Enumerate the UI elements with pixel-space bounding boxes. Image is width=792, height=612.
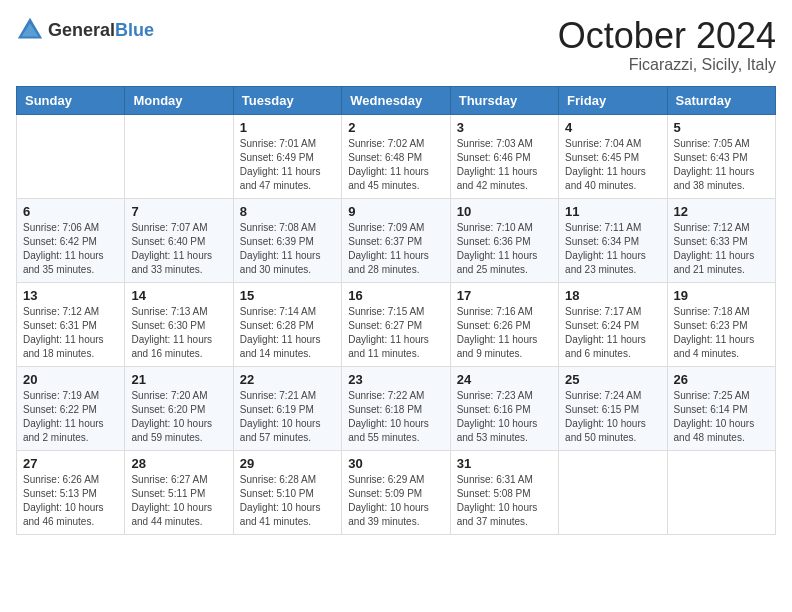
day-info: Sunrise: 7:18 AM Sunset: 6:23 PM Dayligh…: [674, 305, 769, 361]
calendar-day-cell: 15Sunrise: 7:14 AM Sunset: 6:28 PM Dayli…: [233, 282, 341, 366]
header-wednesday: Wednesday: [342, 86, 450, 114]
calendar-day-cell: 5Sunrise: 7:05 AM Sunset: 6:43 PM Daylig…: [667, 114, 775, 198]
day-number: 21: [131, 372, 226, 387]
calendar-day-cell: [559, 450, 667, 534]
day-info: Sunrise: 7:10 AM Sunset: 6:36 PM Dayligh…: [457, 221, 552, 277]
day-info: Sunrise: 7:06 AM Sunset: 6:42 PM Dayligh…: [23, 221, 118, 277]
logo: GeneralBlue: [16, 16, 154, 44]
day-info: Sunrise: 7:07 AM Sunset: 6:40 PM Dayligh…: [131, 221, 226, 277]
calendar-day-cell: 3Sunrise: 7:03 AM Sunset: 6:46 PM Daylig…: [450, 114, 558, 198]
calendar-day-cell: 27Sunrise: 6:26 AM Sunset: 5:13 PM Dayli…: [17, 450, 125, 534]
calendar-day-cell: 16Sunrise: 7:15 AM Sunset: 6:27 PM Dayli…: [342, 282, 450, 366]
header-friday: Friday: [559, 86, 667, 114]
calendar-week-3: 13Sunrise: 7:12 AM Sunset: 6:31 PM Dayli…: [17, 282, 776, 366]
day-info: Sunrise: 7:25 AM Sunset: 6:14 PM Dayligh…: [674, 389, 769, 445]
day-info: Sunrise: 7:14 AM Sunset: 6:28 PM Dayligh…: [240, 305, 335, 361]
day-number: 24: [457, 372, 552, 387]
header-monday: Monday: [125, 86, 233, 114]
day-info: Sunrise: 7:20 AM Sunset: 6:20 PM Dayligh…: [131, 389, 226, 445]
day-number: 5: [674, 120, 769, 135]
day-number: 30: [348, 456, 443, 471]
day-number: 19: [674, 288, 769, 303]
day-number: 27: [23, 456, 118, 471]
day-number: 20: [23, 372, 118, 387]
calendar-day-cell: 14Sunrise: 7:13 AM Sunset: 6:30 PM Dayli…: [125, 282, 233, 366]
calendar-day-cell: 13Sunrise: 7:12 AM Sunset: 6:31 PM Dayli…: [17, 282, 125, 366]
calendar-day-cell: 21Sunrise: 7:20 AM Sunset: 6:20 PM Dayli…: [125, 366, 233, 450]
calendar-day-cell: 6Sunrise: 7:06 AM Sunset: 6:42 PM Daylig…: [17, 198, 125, 282]
day-number: 8: [240, 204, 335, 219]
day-info: Sunrise: 7:05 AM Sunset: 6:43 PM Dayligh…: [674, 137, 769, 193]
day-info: Sunrise: 7:24 AM Sunset: 6:15 PM Dayligh…: [565, 389, 660, 445]
day-number: 31: [457, 456, 552, 471]
day-info: Sunrise: 7:17 AM Sunset: 6:24 PM Dayligh…: [565, 305, 660, 361]
day-info: Sunrise: 7:16 AM Sunset: 6:26 PM Dayligh…: [457, 305, 552, 361]
day-info: Sunrise: 7:15 AM Sunset: 6:27 PM Dayligh…: [348, 305, 443, 361]
calendar-day-cell: [667, 450, 775, 534]
calendar-day-cell: [17, 114, 125, 198]
day-number: 15: [240, 288, 335, 303]
header-saturday: Saturday: [667, 86, 775, 114]
day-info: Sunrise: 7:23 AM Sunset: 6:16 PM Dayligh…: [457, 389, 552, 445]
day-number: 25: [565, 372, 660, 387]
day-info: Sunrise: 7:12 AM Sunset: 6:31 PM Dayligh…: [23, 305, 118, 361]
day-info: Sunrise: 6:31 AM Sunset: 5:08 PM Dayligh…: [457, 473, 552, 529]
day-info: Sunrise: 7:01 AM Sunset: 6:49 PM Dayligh…: [240, 137, 335, 193]
calendar-day-cell: 22Sunrise: 7:21 AM Sunset: 6:19 PM Dayli…: [233, 366, 341, 450]
day-number: 14: [131, 288, 226, 303]
day-number: 3: [457, 120, 552, 135]
calendar-day-cell: 18Sunrise: 7:17 AM Sunset: 6:24 PM Dayli…: [559, 282, 667, 366]
day-number: 23: [348, 372, 443, 387]
calendar-day-cell: 24Sunrise: 7:23 AM Sunset: 6:16 PM Dayli…: [450, 366, 558, 450]
header-tuesday: Tuesday: [233, 86, 341, 114]
day-info: Sunrise: 7:04 AM Sunset: 6:45 PM Dayligh…: [565, 137, 660, 193]
calendar-day-cell: 25Sunrise: 7:24 AM Sunset: 6:15 PM Dayli…: [559, 366, 667, 450]
day-info: Sunrise: 7:08 AM Sunset: 6:39 PM Dayligh…: [240, 221, 335, 277]
day-number: 12: [674, 204, 769, 219]
calendar-day-cell: 20Sunrise: 7:19 AM Sunset: 6:22 PM Dayli…: [17, 366, 125, 450]
day-number: 7: [131, 204, 226, 219]
calendar-day-cell: [125, 114, 233, 198]
day-number: 10: [457, 204, 552, 219]
calendar-day-cell: 19Sunrise: 7:18 AM Sunset: 6:23 PM Dayli…: [667, 282, 775, 366]
calendar-day-cell: 23Sunrise: 7:22 AM Sunset: 6:18 PM Dayli…: [342, 366, 450, 450]
day-info: Sunrise: 7:13 AM Sunset: 6:30 PM Dayligh…: [131, 305, 226, 361]
day-info: Sunrise: 6:29 AM Sunset: 5:09 PM Dayligh…: [348, 473, 443, 529]
calendar-day-cell: 31Sunrise: 6:31 AM Sunset: 5:08 PM Dayli…: [450, 450, 558, 534]
page-header: GeneralBlue October 2024 Ficarazzi, Sici…: [16, 16, 776, 74]
calendar-day-cell: 26Sunrise: 7:25 AM Sunset: 6:14 PM Dayli…: [667, 366, 775, 450]
month-title: October 2024: [558, 16, 776, 56]
day-number: 9: [348, 204, 443, 219]
calendar-week-5: 27Sunrise: 6:26 AM Sunset: 5:13 PM Dayli…: [17, 450, 776, 534]
day-info: Sunrise: 7:22 AM Sunset: 6:18 PM Dayligh…: [348, 389, 443, 445]
location-title: Ficarazzi, Sicily, Italy: [558, 56, 776, 74]
calendar-day-cell: 9Sunrise: 7:09 AM Sunset: 6:37 PM Daylig…: [342, 198, 450, 282]
day-number: 17: [457, 288, 552, 303]
calendar-week-1: 1Sunrise: 7:01 AM Sunset: 6:49 PM Daylig…: [17, 114, 776, 198]
day-number: 18: [565, 288, 660, 303]
day-number: 1: [240, 120, 335, 135]
calendar-day-cell: 8Sunrise: 7:08 AM Sunset: 6:39 PM Daylig…: [233, 198, 341, 282]
calendar-day-cell: 28Sunrise: 6:27 AM Sunset: 5:11 PM Dayli…: [125, 450, 233, 534]
calendar-day-cell: 4Sunrise: 7:04 AM Sunset: 6:45 PM Daylig…: [559, 114, 667, 198]
calendar-day-cell: 2Sunrise: 7:02 AM Sunset: 6:48 PM Daylig…: [342, 114, 450, 198]
calendar-table: Sunday Monday Tuesday Wednesday Thursday…: [16, 86, 776, 535]
logo-text: GeneralBlue: [48, 20, 154, 41]
calendar-day-cell: 11Sunrise: 7:11 AM Sunset: 6:34 PM Dayli…: [559, 198, 667, 282]
day-number: 13: [23, 288, 118, 303]
calendar-day-cell: 7Sunrise: 7:07 AM Sunset: 6:40 PM Daylig…: [125, 198, 233, 282]
header-sunday: Sunday: [17, 86, 125, 114]
calendar-week-2: 6Sunrise: 7:06 AM Sunset: 6:42 PM Daylig…: [17, 198, 776, 282]
calendar-day-cell: 1Sunrise: 7:01 AM Sunset: 6:49 PM Daylig…: [233, 114, 341, 198]
day-info: Sunrise: 7:09 AM Sunset: 6:37 PM Dayligh…: [348, 221, 443, 277]
day-number: 4: [565, 120, 660, 135]
day-number: 6: [23, 204, 118, 219]
calendar-header-row: Sunday Monday Tuesday Wednesday Thursday…: [17, 86, 776, 114]
day-number: 22: [240, 372, 335, 387]
day-info: Sunrise: 7:21 AM Sunset: 6:19 PM Dayligh…: [240, 389, 335, 445]
logo-general: General: [48, 20, 115, 40]
calendar-day-cell: 10Sunrise: 7:10 AM Sunset: 6:36 PM Dayli…: [450, 198, 558, 282]
day-info: Sunrise: 7:02 AM Sunset: 6:48 PM Dayligh…: [348, 137, 443, 193]
calendar-day-cell: 29Sunrise: 6:28 AM Sunset: 5:10 PM Dayli…: [233, 450, 341, 534]
day-number: 29: [240, 456, 335, 471]
